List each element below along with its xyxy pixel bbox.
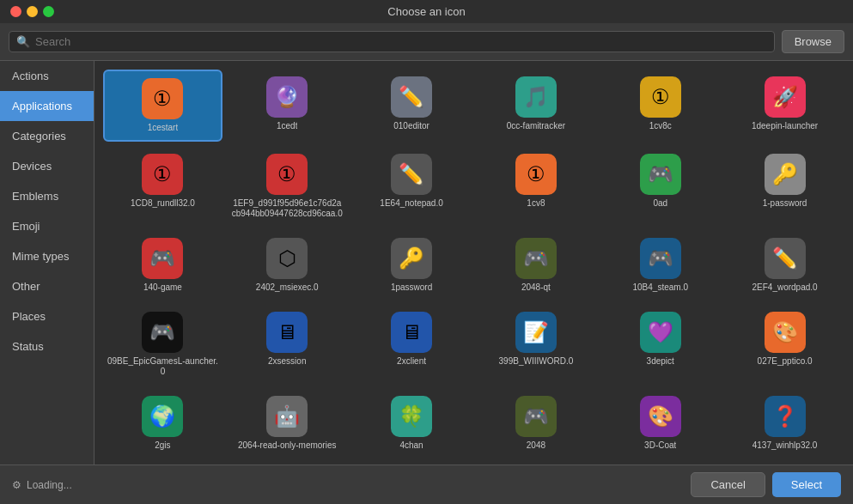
icon-cell-2EF4_wordpad.0[interactable]: ✏️2EF4_wordpad.0: [725, 231, 844, 300]
footer-buttons: Cancel Select: [691, 472, 841, 497]
title-bar: Choose an icon: [0, 0, 853, 23]
icon-cell-2402_msiexec.0[interactable]: ⬡2402_msiexec.0: [228, 231, 347, 300]
footer: ⚙ Loading... Cancel Select: [0, 465, 853, 504]
icon-label: 2EF4_wordpad.0: [752, 282, 817, 293]
icon-img: ✏️: [765, 238, 806, 279]
minimize-button[interactable]: [27, 6, 38, 17]
icon-cell-1E64_notepad.0[interactable]: ✏️1E64_notepad.0: [352, 147, 472, 226]
icon-img: 🎮: [515, 238, 557, 279]
icon-cell-1deepin-launcher[interactable]: 🚀1deepin-launcher: [725, 70, 844, 142]
icon-img: ①: [142, 154, 183, 195]
icon-cell-1password[interactable]: 🔑1password: [352, 231, 472, 300]
icon-label: 10B4_steam.0: [632, 282, 688, 293]
icon-label: 1cestart: [148, 123, 179, 133]
icon-cell-10B4_steam.0[interactable]: 🎮10B4_steam.0: [600, 231, 720, 300]
icon-cell-2xclient[interactable]: 🖥2xclient: [352, 305, 472, 384]
icon-cell-3D-Coat[interactable]: 🎨3D-Coat: [600, 389, 720, 458]
browse-button[interactable]: Browse: [782, 30, 844, 53]
icon-label: 3D-Coat: [644, 440, 676, 451]
icon-cell-2048[interactable]: 🎮2048: [476, 389, 595, 458]
sidebar-item-devices[interactable]: Devices: [0, 151, 94, 181]
sidebar-item-places[interactable]: Places: [0, 301, 94, 331]
icon-cell-140-game[interactable]: 🎮140-game: [103, 231, 222, 300]
icon-label: 2402_msiexec.0: [256, 282, 319, 293]
icon-img: 🖥: [266, 312, 308, 353]
icon-grid-wrap[interactable]: ①1cestart🔮1cedt✏️010editor🎵0cc-famitrack…: [94, 61, 853, 465]
icon-cell-1EF9_d991f95d96e1c76d2acb944bb09447628cd96caa.0[interactable]: ①1EF9_d991f95d96e1c76d2acb944bb09447628c…: [228, 147, 347, 226]
icon-label: 010editor: [393, 121, 430, 131]
loading-text: Loading...: [27, 479, 72, 491]
icon-img: ❓: [765, 396, 806, 437]
icon-cell-4137_winhlp32.0[interactable]: ❓4137_winhlp32.0: [725, 389, 844, 458]
icon-img: 🎮: [515, 396, 557, 437]
icon-label: 2048-qt: [521, 282, 551, 293]
icon-cell-1cv8c[interactable]: ①1cv8c: [600, 70, 720, 142]
icon-label: 399B_WIIIWORD.0: [499, 356, 574, 367]
icon-img: ⬡: [266, 238, 308, 279]
maximize-button[interactable]: [43, 6, 54, 17]
icon-img: 💜: [640, 312, 681, 353]
sidebar-item-categories[interactable]: Categories: [0, 121, 94, 151]
icon-cell-2064-read-only-memories[interactable]: 🤖2064-read-only-memories: [228, 389, 347, 458]
icon-cell-399B_WIIIWORD.0[interactable]: 📝399B_WIIIWORD.0: [476, 305, 595, 384]
icon-img: 🎨: [765, 312, 806, 353]
icon-img: ①: [266, 154, 308, 195]
icon-label: 0ad: [653, 198, 667, 209]
sidebar-item-emblems[interactable]: Emblems: [0, 181, 94, 211]
icon-label: 1-password: [763, 198, 807, 209]
sidebar-item-other[interactable]: Other: [0, 271, 94, 301]
icon-img: 🍀: [391, 396, 432, 437]
icon-label: 1password: [391, 282, 432, 293]
icon-cell-2gis[interactable]: 🌍2gis: [103, 389, 222, 458]
cancel-button[interactable]: Cancel: [691, 472, 765, 497]
icon-cell-3depict[interactable]: 💜3depict: [600, 305, 720, 384]
icon-cell-4chan[interactable]: 🍀4chan: [352, 389, 472, 458]
icon-label: 1cv8: [527, 198, 545, 209]
select-button[interactable]: Select: [772, 472, 841, 497]
main-area: ActionsApplicationsCategoriesDevicesEmbl…: [0, 61, 853, 465]
icon-label: 140-game: [143, 282, 182, 293]
icon-label: 2gis: [155, 440, 170, 451]
icon-cell-010editor[interactable]: ✏️010editor: [352, 70, 472, 142]
sidebar-item-actions[interactable]: Actions: [0, 61, 94, 91]
sidebar-item-applications[interactable]: Applications: [0, 91, 94, 121]
icon-img: 🎵: [515, 76, 557, 118]
icon-img: ①: [640, 76, 681, 118]
search-input-wrap: 🔍: [9, 31, 775, 52]
icon-label: 2064-read-only-memories: [238, 440, 337, 451]
icon-cell-0ad[interactable]: 🎮0ad: [600, 147, 720, 226]
loading-icon: ⚙: [12, 479, 21, 491]
icon-img: ①: [515, 154, 557, 195]
icon-img: ✏️: [391, 154, 432, 195]
window-controls: [10, 6, 54, 17]
icon-label: 1deepin-launcher: [752, 121, 818, 131]
icon-cell-1-password[interactable]: 🔑1-password: [725, 147, 844, 226]
icon-img: 🎮: [640, 154, 681, 195]
icon-label: 1E64_notepad.0: [380, 198, 442, 209]
icon-cell-1CD8_rundll32.0[interactable]: ①1CD8_rundll32.0: [103, 147, 222, 226]
icon-img: 🎨: [640, 396, 681, 437]
icon-img: 🌍: [142, 396, 183, 437]
icon-cell-027E_pptico.0[interactable]: 🎨027E_pptico.0: [725, 305, 844, 384]
sidebar-item-status[interactable]: Status: [0, 331, 94, 361]
search-input[interactable]: [35, 35, 767, 48]
icon-img: 🔮: [266, 76, 308, 118]
icon-cell-0cc-famitracker[interactable]: 🎵0cc-famitracker: [476, 70, 595, 142]
icon-img: ①: [142, 78, 183, 119]
icon-cell-2048-qt[interactable]: 🎮2048-qt: [476, 231, 595, 300]
icon-cell-1cestart[interactable]: ①1cestart: [103, 70, 222, 142]
icon-img: 🎮: [640, 238, 681, 279]
icon-label: 4chan: [399, 440, 423, 451]
sidebar-item-mime-types[interactable]: Mime types: [0, 241, 94, 271]
icon-img: ✏️: [391, 76, 432, 118]
icon-img: 🖥: [391, 312, 432, 353]
sidebar-item-emoji[interactable]: Emoji: [0, 211, 94, 241]
close-button[interactable]: [10, 6, 21, 17]
icon-cell-09BE_EpicGamesLauncher.0[interactable]: 🎮09BE_EpicGamesL-auncher.0: [103, 305, 222, 384]
icon-cell-1cedt[interactable]: 🔮1cedt: [228, 70, 347, 142]
icon-label: 2xsession: [268, 356, 306, 367]
icon-grid: ①1cestart🔮1cedt✏️010editor🎵0cc-famitrack…: [103, 70, 844, 458]
icon-label: 09BE_EpicGamesL-auncher.0: [107, 356, 219, 377]
icon-cell-2xsession[interactable]: 🖥2xsession: [228, 305, 347, 384]
icon-cell-1cv8[interactable]: ①1cv8: [476, 147, 595, 226]
